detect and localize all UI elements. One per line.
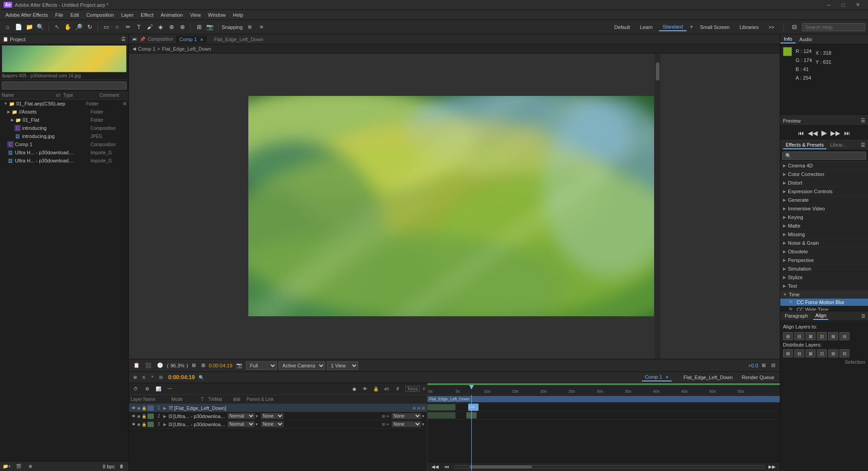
- tab-effects-presets[interactable]: Effects & Presets: [783, 141, 826, 149]
- composition-viewer[interactable]: [129, 53, 780, 359]
- comp-bg-btn[interactable]: ⬛: [143, 362, 153, 369]
- comp-time-btn[interactable]: 🕐: [155, 362, 165, 369]
- select-tool[interactable]: ↖: [52, 22, 62, 32]
- timeline-comp-tab[interactable]: Comp 1 ✕: [642, 373, 672, 381]
- effect-group-missing-header[interactable]: ▶ Missing: [780, 230, 868, 238]
- dist-top-btn[interactable]: ⊡: [817, 349, 827, 357]
- preview-menu-btn[interactable]: ☰: [861, 118, 865, 124]
- preview-forward-btn[interactable]: ▶▶: [830, 129, 840, 137]
- menu-animation[interactable]: Animation: [157, 11, 186, 19]
- tl-go-end-btn[interactable]: ▶▶: [767, 462, 777, 471]
- menu-layer[interactable]: Layer: [118, 11, 138, 19]
- resolution-select[interactable]: FullHalfQuarter: [246, 362, 277, 370]
- project-item-introducing[interactable]: C introducing Composition: [0, 124, 128, 132]
- layer-3-trk-select[interactable]: None: [261, 421, 284, 427]
- effect-group-simulation-header[interactable]: ▶ Simulation: [780, 265, 868, 273]
- tl-vis-btn[interactable]: 👁: [360, 384, 370, 394]
- workspace-standard[interactable]: Standard: [659, 23, 687, 31]
- menu-adobe-ae[interactable]: Adobe After Effects: [2, 11, 52, 19]
- layer-3-switch-1[interactable]: ⊞: [382, 422, 385, 427]
- align-bottom-btn[interactable]: ⊟: [840, 332, 849, 340]
- layer-1-switch-1[interactable]: ⊞: [413, 406, 416, 410]
- layer-1-switch-3[interactable]: ⊞: [422, 406, 425, 410]
- new-item-btn[interactable]: ⊕: [25, 461, 35, 471]
- track-bar-2[interactable]: [427, 404, 455, 410]
- tl-draft-btn[interactable]: ⚙: [142, 384, 152, 394]
- bpc-label[interactable]: 8 bpc: [103, 464, 115, 469]
- preview-first-btn[interactable]: ⏮: [798, 129, 804, 137]
- effect-group-matte-header[interactable]: ▶ Matte: [780, 222, 868, 230]
- hand-tool[interactable]: ✋: [63, 22, 73, 32]
- tl-live-btn[interactable]: ⏱: [131, 384, 141, 394]
- workspace-icon-btn[interactable]: ⊟: [789, 22, 799, 32]
- comp-scrollbar-v[interactable]: [654, 53, 660, 359]
- layer-1-solo[interactable]: ◉: [137, 406, 141, 410]
- layer-1-color[interactable]: [147, 405, 154, 411]
- menu-effect[interactable]: Effect: [137, 11, 157, 19]
- close-button[interactable]: ✕: [851, 0, 864, 10]
- align-top-btn[interactable]: ⊡: [817, 332, 827, 340]
- timeline-scrollbar-thumb[interactable]: [470, 466, 531, 468]
- roto-tool[interactable]: ⊞: [194, 22, 204, 32]
- tl-go-start-btn[interactable]: ⏮: [442, 462, 452, 471]
- track-bar-3[interactable]: [427, 412, 455, 419]
- effect-group-noise-header[interactable]: ▶ Noise & Grain: [780, 239, 868, 247]
- layer-2-trk-select[interactable]: None: [261, 413, 284, 419]
- project-search-input[interactable]: [2, 81, 127, 90]
- timeline-shy-btn[interactable]: ^: [149, 374, 156, 381]
- timeline-solo-btn[interactable]: S: [140, 374, 147, 381]
- timeline-scrollbar[interactable]: [454, 465, 765, 469]
- new-folder-btn[interactable]: 📁+: [2, 461, 12, 471]
- project-item-root[interactable]: ▼ 📁 01_Flat.aep(CS6).aep Folder ⊞: [0, 100, 128, 108]
- layer-3-switch-2[interactable]: ✏: [386, 422, 390, 427]
- layer-3-mode-select[interactable]: Normal: [228, 421, 255, 427]
- layer-2-expand[interactable]: ▶: [163, 414, 166, 419]
- layer-3-solo[interactable]: ◉: [137, 422, 141, 427]
- layer-2-color[interactable]: [147, 414, 154, 419]
- track-bar-2-current[interactable]: Cut: [468, 404, 479, 411]
- effect-group-text-header[interactable]: ▶ Text: [780, 282, 868, 290]
- tl-solo-all-btn[interactable]: ◉: [349, 384, 359, 394]
- preview-last-btn[interactable]: ⏭: [844, 129, 850, 137]
- puppet2-tool[interactable]: ⊗: [177, 22, 187, 32]
- effect-item-cc-force-motion-blur[interactable]: fx CC Force Motion Blur: [780, 299, 868, 306]
- tl-motion-btn[interactable]: 〰: [165, 384, 175, 394]
- layer-3-color[interactable]: [147, 422, 154, 427]
- effect-group-generate-header[interactable]: ▶ Generate: [780, 196, 868, 204]
- open-button[interactable]: 📁: [24, 22, 34, 32]
- align-left-btn[interactable]: ⊞: [783, 332, 793, 340]
- layer-3-lock[interactable]: 🔒: [142, 422, 147, 427]
- timeline-layer-tab[interactable]: Flat_Edge_Left_Down: [681, 374, 735, 381]
- effect-group-distort-header[interactable]: ▶ Distort: [780, 179, 868, 187]
- comp-tab-flat[interactable]: Flat_Edge_Left_Down: [210, 36, 267, 43]
- comp-more-btn[interactable]: ⊞: [760, 362, 768, 369]
- project-item-comp1[interactable]: C Comp 1 Composition: [0, 140, 128, 148]
- effect-item-cc-wide-time[interactable]: fx CC Wide Time: [780, 306, 868, 311]
- layer-row-2[interactable]: 👁 ◉ 🔒 2 ▶ 🖼 [Ultra... - p30download.com …: [129, 412, 427, 420]
- workspace-more[interactable]: >>: [765, 24, 778, 31]
- effects-search-input[interactable]: [782, 152, 866, 160]
- effect-group-color-header[interactable]: ▶ Color Correction: [780, 170, 868, 178]
- layer-2-solo[interactable]: ◉: [137, 414, 141, 419]
- tab-align[interactable]: Align: [813, 312, 828, 320]
- breadcrumb-comp1[interactable]: Comp 1: [138, 46, 156, 52]
- comp-settings-btn[interactable]: 📋: [132, 362, 142, 369]
- effect-group-cinema4d-header[interactable]: ▶ Cinema 4D: [780, 162, 868, 170]
- preview-play-btn[interactable]: ▶: [821, 128, 827, 137]
- layer-2-vis[interactable]: 👁: [131, 414, 136, 419]
- timeline-render-tab[interactable]: Render Queue: [739, 374, 777, 381]
- layer-1-vis[interactable]: 👁: [131, 405, 136, 411]
- align-right-btn[interactable]: ⊠: [806, 332, 816, 340]
- layer-row-3[interactable]: 👁 ◉ 🔒 3 ▶ 🖼 [Ultra... - p30download.com …: [129, 420, 427, 428]
- dist-left-btn[interactable]: ⊞: [783, 349, 793, 357]
- project-item-flat[interactable]: ▶ 📁 01_Flat Folder: [0, 116, 128, 124]
- align-hcenter-btn[interactable]: ⊟: [794, 332, 804, 340]
- layer-3-parent-select[interactable]: None: [392, 421, 421, 427]
- view-select[interactable]: 1 View2 Views4 Views: [327, 362, 358, 370]
- pen-tool[interactable]: ✏: [123, 22, 133, 32]
- tl-lock-btn[interactable]: 🔒: [371, 384, 381, 394]
- layer-1-lock[interactable]: 🔒: [142, 406, 147, 410]
- camera-tool[interactable]: 📷: [205, 22, 215, 32]
- timeline-collapse-btn[interactable]: ⊟: [157, 374, 165, 381]
- comp-grid-btn[interactable]: ⊞: [199, 362, 207, 369]
